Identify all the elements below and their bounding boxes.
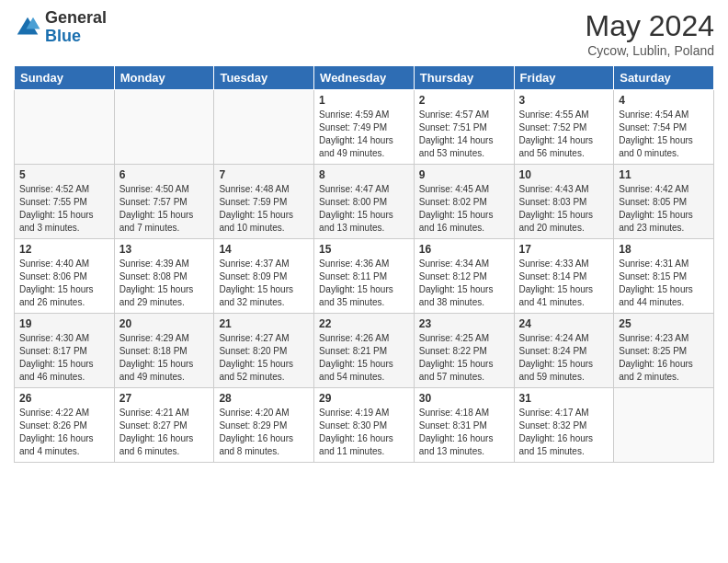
day-info: Sunrise: 4:39 AM Sunset: 8:08 PM Dayligh… xyxy=(119,258,210,309)
day-info: Sunrise: 4:57 AM Sunset: 7:51 PM Dayligh… xyxy=(419,109,509,160)
day-number: 19 xyxy=(19,317,109,330)
day-number: 27 xyxy=(119,392,210,405)
day-info: Sunrise: 4:24 AM Sunset: 8:24 PM Dayligh… xyxy=(519,332,609,384)
calendar-cell: 20Sunrise: 4:29 AM Sunset: 8:18 PM Dayli… xyxy=(114,314,214,388)
day-number: 30 xyxy=(419,392,509,405)
day-info: Sunrise: 4:43 AM Sunset: 8:03 PM Dayligh… xyxy=(519,183,609,235)
calendar-cell: 27Sunrise: 4:21 AM Sunset: 8:27 PM Dayli… xyxy=(114,388,214,463)
day-number: 5 xyxy=(19,168,109,181)
calendar-week-row: 1Sunrise: 4:59 AM Sunset: 7:49 PM Daylig… xyxy=(15,90,714,165)
calendar-cell: 29Sunrise: 4:19 AM Sunset: 8:30 PM Dayli… xyxy=(314,388,415,463)
calendar-cell: 13Sunrise: 4:39 AM Sunset: 8:08 PM Dayli… xyxy=(114,239,214,314)
day-number: 21 xyxy=(219,317,309,330)
day-info: Sunrise: 4:22 AM Sunset: 8:26 PM Dayligh… xyxy=(19,407,109,458)
day-number: 26 xyxy=(19,392,109,405)
page-header: General Blue May 2024 Cycow, Lublin, Pol… xyxy=(14,9,714,58)
day-info: Sunrise: 4:23 AM Sunset: 8:25 PM Dayligh… xyxy=(619,332,709,384)
day-info: Sunrise: 4:50 AM Sunset: 7:57 PM Dayligh… xyxy=(119,183,210,235)
day-number: 7 xyxy=(219,168,309,181)
calendar-cell: 25Sunrise: 4:23 AM Sunset: 8:25 PM Dayli… xyxy=(614,314,714,388)
day-number: 3 xyxy=(519,94,609,107)
day-info: Sunrise: 4:29 AM Sunset: 8:18 PM Dayligh… xyxy=(119,332,210,384)
calendar-week-row: 26Sunrise: 4:22 AM Sunset: 8:26 PM Dayli… xyxy=(15,388,714,463)
day-number: 25 xyxy=(619,317,709,330)
day-info: Sunrise: 4:27 AM Sunset: 8:20 PM Dayligh… xyxy=(219,332,309,384)
calendar-cell: 1Sunrise: 4:59 AM Sunset: 7:49 PM Daylig… xyxy=(314,90,415,165)
day-number: 1 xyxy=(319,94,409,107)
day-info: Sunrise: 4:52 AM Sunset: 7:55 PM Dayligh… xyxy=(19,183,109,235)
calendar-cell: 16Sunrise: 4:34 AM Sunset: 8:12 PM Dayli… xyxy=(414,239,514,314)
calendar-cell xyxy=(15,90,115,165)
calendar-cell: 2Sunrise: 4:57 AM Sunset: 7:51 PM Daylig… xyxy=(414,90,514,165)
day-of-week-header: Friday xyxy=(514,66,614,90)
calendar-cell: 3Sunrise: 4:55 AM Sunset: 7:52 PM Daylig… xyxy=(514,90,614,165)
day-info: Sunrise: 4:30 AM Sunset: 8:17 PM Dayligh… xyxy=(19,332,109,384)
day-info: Sunrise: 4:40 AM Sunset: 8:06 PM Dayligh… xyxy=(19,258,109,309)
day-info: Sunrise: 4:21 AM Sunset: 8:27 PM Dayligh… xyxy=(119,407,210,458)
calendar-cell: 18Sunrise: 4:31 AM Sunset: 8:15 PM Dayli… xyxy=(614,239,714,314)
day-number: 4 xyxy=(619,94,709,107)
calendar-week-row: 5Sunrise: 4:52 AM Sunset: 7:55 PM Daylig… xyxy=(15,165,714,239)
calendar-cell: 30Sunrise: 4:18 AM Sunset: 8:31 PM Dayli… xyxy=(414,388,514,463)
calendar: SundayMondayTuesdayWednesdayThursdayFrid… xyxy=(14,65,714,463)
day-of-week-header: Monday xyxy=(114,66,214,90)
day-number: 11 xyxy=(619,168,709,181)
day-info: Sunrise: 4:18 AM Sunset: 8:31 PM Dayligh… xyxy=(419,407,509,458)
day-number: 18 xyxy=(619,243,709,256)
day-number: 17 xyxy=(519,243,609,256)
calendar-cell: 19Sunrise: 4:30 AM Sunset: 8:17 PM Dayli… xyxy=(15,314,115,388)
day-number: 6 xyxy=(119,168,210,181)
day-info: Sunrise: 4:25 AM Sunset: 8:22 PM Dayligh… xyxy=(419,332,509,384)
day-of-week-header: Thursday xyxy=(414,66,514,90)
calendar-cell: 22Sunrise: 4:26 AM Sunset: 8:21 PM Dayli… xyxy=(314,314,415,388)
calendar-cell: 12Sunrise: 4:40 AM Sunset: 8:06 PM Dayli… xyxy=(15,239,115,314)
day-number: 14 xyxy=(219,243,309,256)
day-number: 22 xyxy=(319,317,409,330)
calendar-cell: 5Sunrise: 4:52 AM Sunset: 7:55 PM Daylig… xyxy=(15,165,115,239)
day-number: 10 xyxy=(519,168,609,181)
logo-icon xyxy=(14,14,41,41)
calendar-cell: 4Sunrise: 4:54 AM Sunset: 7:54 PM Daylig… xyxy=(614,90,714,165)
day-info: Sunrise: 4:42 AM Sunset: 8:05 PM Dayligh… xyxy=(619,183,709,235)
calendar-cell: 8Sunrise: 4:47 AM Sunset: 8:00 PM Daylig… xyxy=(314,165,415,239)
day-info: Sunrise: 4:59 AM Sunset: 7:49 PM Dayligh… xyxy=(319,109,409,160)
day-number: 15 xyxy=(319,243,409,256)
day-number: 31 xyxy=(519,392,609,405)
calendar-cell: 23Sunrise: 4:25 AM Sunset: 8:22 PM Dayli… xyxy=(414,314,514,388)
day-number: 24 xyxy=(519,317,609,330)
day-info: Sunrise: 4:55 AM Sunset: 7:52 PM Dayligh… xyxy=(519,109,609,160)
day-number: 12 xyxy=(19,243,109,256)
day-of-week-header: Saturday xyxy=(614,66,714,90)
calendar-cell xyxy=(114,90,214,165)
day-info: Sunrise: 4:47 AM Sunset: 8:00 PM Dayligh… xyxy=(319,183,409,235)
day-of-week-header: Wednesday xyxy=(314,66,415,90)
day-number: 20 xyxy=(119,317,210,330)
calendar-cell: 7Sunrise: 4:48 AM Sunset: 7:59 PM Daylig… xyxy=(214,165,314,239)
day-info: Sunrise: 4:20 AM Sunset: 8:29 PM Dayligh… xyxy=(219,407,309,458)
day-of-week-header: Sunday xyxy=(15,66,115,90)
day-number: 28 xyxy=(219,392,309,405)
calendar-cell: 11Sunrise: 4:42 AM Sunset: 8:05 PM Dayli… xyxy=(614,165,714,239)
logo-text: General Blue xyxy=(45,9,107,46)
day-info: Sunrise: 4:33 AM Sunset: 8:14 PM Dayligh… xyxy=(519,258,609,309)
day-info: Sunrise: 4:31 AM Sunset: 8:15 PM Dayligh… xyxy=(619,258,709,309)
day-info: Sunrise: 4:36 AM Sunset: 8:11 PM Dayligh… xyxy=(319,258,409,309)
day-info: Sunrise: 4:34 AM Sunset: 8:12 PM Dayligh… xyxy=(419,258,509,309)
calendar-cell: 9Sunrise: 4:45 AM Sunset: 8:02 PM Daylig… xyxy=(414,165,514,239)
calendar-cell: 31Sunrise: 4:17 AM Sunset: 8:32 PM Dayli… xyxy=(514,388,614,463)
calendar-cell: 10Sunrise: 4:43 AM Sunset: 8:03 PM Dayli… xyxy=(514,165,614,239)
calendar-week-row: 19Sunrise: 4:30 AM Sunset: 8:17 PM Dayli… xyxy=(15,314,714,388)
logo-blue: Blue xyxy=(45,28,107,46)
location: Cycow, Lublin, Poland xyxy=(585,43,714,58)
day-number: 29 xyxy=(319,392,409,405)
logo: General Blue xyxy=(14,9,107,46)
day-number: 8 xyxy=(319,168,409,181)
calendar-cell: 14Sunrise: 4:37 AM Sunset: 8:09 PM Dayli… xyxy=(214,239,314,314)
calendar-cell: 15Sunrise: 4:36 AM Sunset: 8:11 PM Dayli… xyxy=(314,239,415,314)
day-info: Sunrise: 4:48 AM Sunset: 7:59 PM Dayligh… xyxy=(219,183,309,235)
calendar-cell xyxy=(614,388,714,463)
calendar-week-row: 12Sunrise: 4:40 AM Sunset: 8:06 PM Dayli… xyxy=(15,239,714,314)
calendar-cell: 21Sunrise: 4:27 AM Sunset: 8:20 PM Dayli… xyxy=(214,314,314,388)
day-number: 2 xyxy=(419,94,509,107)
day-info: Sunrise: 4:37 AM Sunset: 8:09 PM Dayligh… xyxy=(219,258,309,309)
